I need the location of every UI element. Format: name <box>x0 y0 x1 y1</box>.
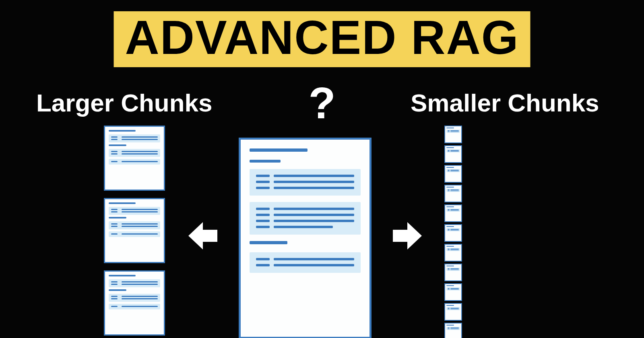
chunk-small <box>444 264 462 281</box>
arrow-right-icon <box>393 222 422 249</box>
label-larger-chunks: Larger Chunks <box>36 89 213 117</box>
chunk-large <box>104 270 165 336</box>
center-document <box>239 138 372 338</box>
doc-subheading-line <box>250 160 281 163</box>
doc-section <box>250 202 361 235</box>
question-mark: ? <box>308 77 335 128</box>
arrow-left-icon <box>188 222 217 249</box>
chunk-small <box>444 126 462 143</box>
title-banner: ADVANCED RAG <box>114 11 530 67</box>
doc-section <box>250 169 361 196</box>
chunk-small <box>444 185 462 202</box>
chunk-small <box>444 283 462 301</box>
chunk-small <box>444 165 462 183</box>
chunk-large <box>104 198 165 263</box>
chunk-large <box>104 126 165 191</box>
label-smaller-chunks: Smaller Chunks <box>411 89 599 117</box>
chunk-small <box>444 224 462 242</box>
doc-subheading-line <box>250 241 287 244</box>
larger-chunks-column <box>104 126 165 336</box>
smaller-chunks-column <box>444 126 462 338</box>
chunk-small <box>444 244 462 262</box>
chunk-small <box>444 303 462 321</box>
chunk-small <box>444 323 462 338</box>
chunk-small <box>444 204 462 222</box>
doc-section <box>250 252 361 273</box>
chunk-small <box>444 145 462 163</box>
doc-heading-line <box>250 148 308 152</box>
